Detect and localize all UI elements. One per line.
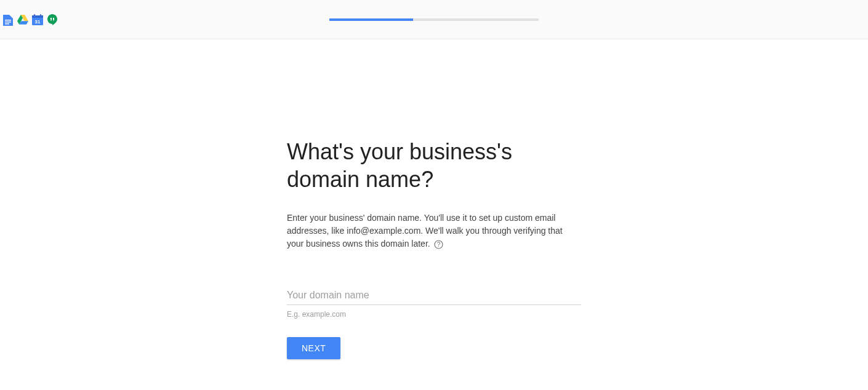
svg-rect-1 xyxy=(5,22,11,23)
help-icon[interactable]: ? xyxy=(434,239,444,249)
drive-icon xyxy=(17,14,28,25)
svg-rect-4 xyxy=(32,15,43,18)
page-description: Enter your business' domain name. You'll… xyxy=(287,212,581,250)
docs-icon xyxy=(2,14,14,25)
calendar-icon: 31 xyxy=(32,14,43,25)
svg-rect-6 xyxy=(40,14,41,17)
domain-input[interactable] xyxy=(287,286,581,305)
header-icons: 31 xyxy=(0,14,58,25)
svg-rect-5 xyxy=(34,14,35,17)
page-title: What's your business's domain name? xyxy=(287,138,581,193)
hangouts-icon xyxy=(47,14,58,25)
progress-fill xyxy=(329,18,413,21)
progress-bar xyxy=(329,18,539,21)
domain-input-hint: E.g. example.com xyxy=(287,310,581,319)
svg-rect-2 xyxy=(5,23,9,25)
domain-input-container xyxy=(287,286,581,305)
description-text: Enter your business' domain name. You'll… xyxy=(287,213,563,249)
main-content: What's your business's domain name? Ente… xyxy=(287,39,581,359)
svg-text:31: 31 xyxy=(35,18,41,24)
header: 31 xyxy=(0,0,868,39)
svg-rect-0 xyxy=(5,20,11,21)
next-button[interactable]: NEXT xyxy=(287,337,340,359)
svg-text:?: ? xyxy=(437,241,441,248)
